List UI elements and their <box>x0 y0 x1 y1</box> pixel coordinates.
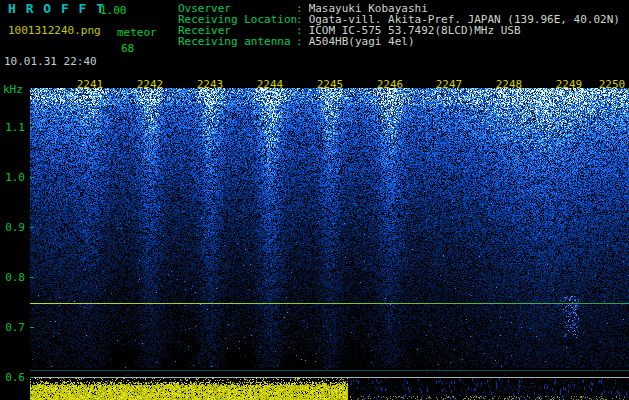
echo-count: 68 <box>121 43 134 54</box>
app-version: 1.00 <box>100 5 127 16</box>
info-separator: : <box>296 35 303 48</box>
freq-tick-label-0-8: 0.8 <box>2 272 25 283</box>
hrofft-screen: H R O F F T 1.00 1001312240.png meteor 6… <box>0 0 629 400</box>
info-label: Receiving antenna <box>178 36 296 47</box>
mode-label: meteor <box>117 27 157 38</box>
info-value: A504HB(yagi 4el) <box>309 35 415 48</box>
freq-axis-unit: kHz <box>3 84 23 95</box>
freq-tick-label-0-6: 0.6 <box>2 372 25 383</box>
freq-tick-label-1-0: 1.0 <box>2 172 25 183</box>
info-row-antenna: Receiving antenna:A504HB(yagi 4el) <box>178 36 620 47</box>
observer-info: Ovserver:Masayuki Kobayashi Receiving Lo… <box>178 3 620 47</box>
app-title: H R O F F T <box>8 3 105 14</box>
freq-tick-label-0-9: 0.9 <box>2 222 25 233</box>
datetime-label: 10.01.31 22:40 <box>4 56 97 67</box>
output-filename: 1001312240.png <box>8 25 101 36</box>
freq-tick-label-1-1: 1.1 <box>2 122 25 133</box>
spectrogram-canvas <box>30 88 629 400</box>
freq-tick-label-0-7: 0.7 <box>2 322 25 333</box>
